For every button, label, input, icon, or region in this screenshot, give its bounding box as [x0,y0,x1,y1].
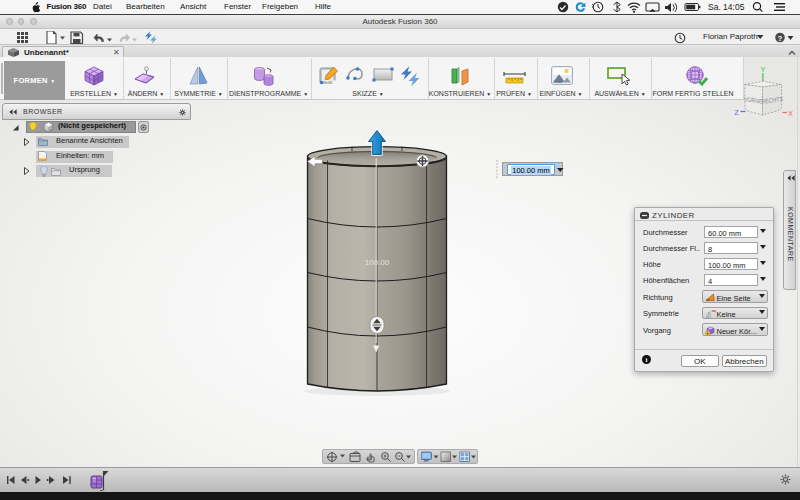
svg-text:Z: Z [734,108,739,117]
svg-text:?: ? [778,33,783,42]
svg-text:X: X [788,109,793,118]
svg-text:Sa. 14:05: Sa. 14:05 [708,2,745,12]
svg-text:100.00: 100.00 [365,258,390,267]
svg-text:Y: Y [760,65,765,74]
